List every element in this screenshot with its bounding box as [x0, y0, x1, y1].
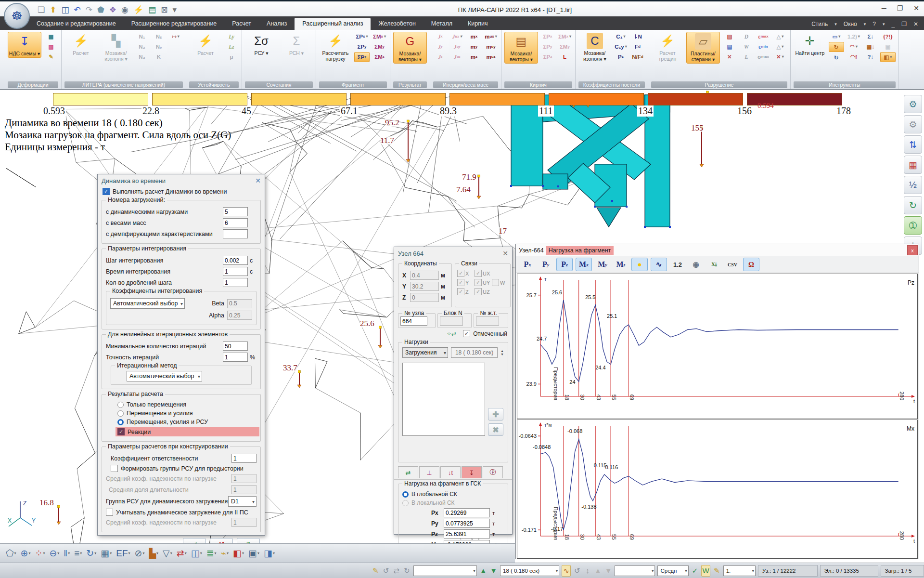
c1y-button[interactable]: C₁y▾ [614, 42, 628, 51]
tab-pressure[interactable]: Ⓟ [483, 466, 503, 478]
step-down-icon[interactable]: ▼ [489, 565, 498, 576]
tab-links[interactable]: ⇄ [398, 466, 418, 478]
step-up-icon[interactable]: ▲ [479, 565, 488, 576]
lines-button[interactable]: ≡▾ [74, 548, 82, 559]
scale-mode-icon[interactable]: ↕ [584, 565, 592, 576]
n-load-button[interactable]: ⇂N [630, 32, 645, 41]
annotate-icon[interactable]: ✎ [713, 565, 721, 576]
pz-series-button[interactable]: Pz [556, 258, 573, 271]
my-button[interactable]: my [467, 42, 481, 51]
highlight-bulb-button[interactable]: ● [631, 258, 648, 271]
mode-combo[interactable]: Средн [657, 565, 688, 576]
box-red-button[interactable]: ◧▾ [233, 548, 244, 559]
w-display-icon[interactable]: W [701, 565, 710, 577]
min-iterations-input[interactable] [223, 342, 248, 351]
minimize-icon[interactable]: ─ [882, 4, 886, 12]
graph-mode-icon[interactable]: ∿ [562, 565, 571, 577]
add-load-button[interactable]: ✚ [488, 408, 503, 420]
select-polygon-button[interactable]: ⬠▾ [6, 548, 16, 559]
maximize-icon[interactable]: ❐ [897, 4, 903, 12]
hatch-blue-icon[interactable]: ▤ [722, 42, 737, 51]
frame2-icon[interactable]: ▥ [44, 42, 58, 51]
eps-max-button[interactable]: εmax [756, 32, 770, 41]
tab-4[interactable]: Анализ [259, 18, 295, 30]
window-menu[interactable]: Окно [844, 21, 857, 27]
step-spinner[interactable]: ▲▼ [500, 349, 504, 356]
element-numbers-button[interactable]: ▦ [904, 156, 922, 174]
pz-value-input[interactable] [444, 529, 490, 539]
eps-min-button[interactable]: εmin [756, 42, 770, 51]
node-number-input[interactable] [400, 316, 427, 326]
mz-button[interactable]: mz [467, 52, 481, 61]
coeff-method-combo[interactable]: Автоматический выбор [110, 298, 185, 309]
brush-button[interactable]: ⌁▾ [221, 548, 229, 559]
export-csv-button[interactable]: CSV [725, 258, 740, 271]
my-series-button[interactable]: My [595, 258, 610, 271]
box-blue-button[interactable]: ◨▾ [264, 548, 275, 559]
circles-button[interactable]: ⊖▾ [49, 548, 59, 559]
redo-step-icon[interactable]: ↻ [403, 565, 411, 576]
cross-red-icon[interactable]: ✕ [722, 52, 737, 61]
px-value-input[interactable] [444, 508, 490, 517]
eps-x-dd-button[interactable]: △▾ [773, 42, 787, 51]
marked-checkbox[interactable]: ✓ [463, 330, 470, 337]
c1-button[interactable]: C₁▾ [614, 32, 628, 41]
find-center-button[interactable]: ✛Найти центр [794, 32, 826, 57]
extra-combo[interactable] [615, 565, 655, 576]
swap-step-icon[interactable]: ⇄ [392, 565, 400, 576]
tab-3[interactable]: Расчет [224, 18, 259, 30]
style-menu[interactable]: Стиль [811, 21, 828, 27]
membrane-f-button[interactable]: ◠f [847, 52, 861, 61]
tab-1[interactable]: Создание и редактирование [29, 18, 124, 30]
doc-minimize-icon[interactable]: _ [891, 21, 895, 27]
ef-button[interactable]: EF▾ [116, 548, 130, 559]
mx-button[interactable]: mx [467, 32, 481, 41]
iteration-method-combo[interactable]: Автоматический выбор [127, 371, 202, 381]
hide-button[interactable]: ⊘▾ [135, 548, 145, 559]
pz-button[interactable]: Pz [614, 52, 628, 61]
refresh-scale-button[interactable]: ↻ [829, 42, 844, 52]
doc-restore-icon[interactable]: ❐ [901, 21, 907, 27]
rsu-button[interactable]: ΣσРСУ ▾ [245, 32, 278, 57]
prev-frame-icon[interactable]: ▲ [594, 565, 602, 576]
sum-px-button[interactable]: ΣPx▾ [354, 32, 370, 41]
list-button[interactable]: ≣▾ [206, 548, 217, 559]
refresh-view-icon[interactable]: ↺ [573, 565, 581, 576]
mux-button[interactable]: mux▾ [484, 32, 498, 41]
py-value-input[interactable] [444, 519, 490, 528]
muy-button[interactable]: muy [484, 42, 498, 51]
displacements-forces-radio[interactable] [117, 410, 124, 417]
chart-panel-tab[interactable]: Нагрузка на фрагмент [546, 246, 614, 255]
box-frame-button[interactable]: ▣▾ [248, 548, 259, 559]
sum-mz-button[interactable]: ΣMz [372, 52, 387, 61]
run-dynamics-checkbox[interactable]: ✓ [103, 188, 110, 195]
export-excel-button[interactable]: X⤓ [706, 258, 722, 271]
tab-supports[interactable]: ⊥ [419, 466, 439, 478]
step-divisions-input[interactable] [223, 278, 248, 287]
edit-history-icon[interactable]: ✎ [372, 565, 380, 576]
nds-schemes-button[interactable]: ↧НДС схемы ▾ [8, 32, 41, 58]
tab-8[interactable]: Кирпич [460, 18, 495, 30]
sum-mx-button[interactable]: ΣMx▾ [372, 32, 387, 41]
plates-bars-button[interactable]: ▱Пластины/ стержни ▾ [686, 32, 720, 64]
swap-button[interactable]: ⇄▾ [177, 548, 187, 559]
brick-mosaic-vectors-button[interactable]: ▤Мозаика/ векторы ▾ [504, 32, 538, 64]
palette-sync-button[interactable]: ◧▾ [880, 52, 896, 62]
sigma-max-button[interactable]: σmax [756, 52, 770, 61]
result-mosaic-vectors-button[interactable]: GМозаика/ векторы ▾ [393, 32, 427, 64]
n-fd-button[interactable]: N/Fd [630, 52, 645, 61]
grid-button[interactable]: ▦▾ [101, 548, 112, 559]
precision-combo[interactable]: 1. [723, 565, 756, 576]
responsibility-input[interactable] [231, 454, 257, 463]
question-down-button[interactable]: ?↓ [863, 52, 878, 61]
apply-icon[interactable]: ✓ [691, 565, 699, 576]
loads-combo[interactable]: Загружения [402, 347, 448, 358]
refresh-scale2-button[interactable]: ↻ [829, 53, 844, 62]
pair-nodes-icon[interactable]: ⁘⇄ [447, 330, 456, 337]
snapshot-button[interactable]: ◉ [688, 258, 704, 271]
close-icon[interactable]: x [907, 245, 918, 255]
pan-target-button[interactable]: ⊕▾ [21, 548, 31, 559]
tab-5[interactable]: Расширенный анализ [295, 18, 371, 30]
hatch-red-icon[interactable]: ▤ [722, 32, 737, 41]
time-step-combo[interactable]: 18 ( 0.180 сек) [500, 565, 559, 576]
